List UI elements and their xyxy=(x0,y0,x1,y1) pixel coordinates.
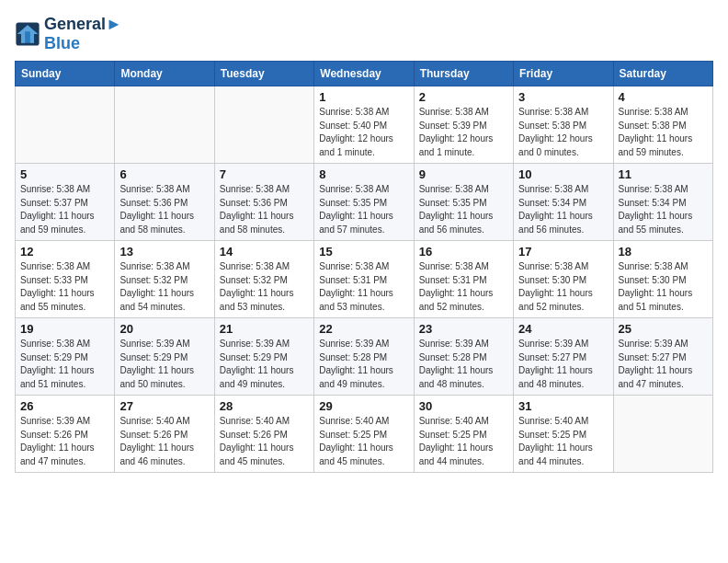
day-number: 2 xyxy=(419,90,508,104)
header: General► Blue xyxy=(15,15,713,53)
calendar-cell: 8Sunrise: 5:38 AMSunset: 5:35 PMDaylight… xyxy=(314,164,414,241)
calendar-week-5: 26Sunrise: 5:39 AMSunset: 5:26 PMDayligh… xyxy=(16,396,713,473)
day-number: 24 xyxy=(518,322,608,336)
calendar-cell: 15Sunrise: 5:38 AMSunset: 5:31 PMDayligh… xyxy=(314,241,414,318)
day-info: Sunrise: 5:38 AMSunset: 5:35 PMDaylight:… xyxy=(319,183,408,236)
calendar-cell: 9Sunrise: 5:38 AMSunset: 5:35 PMDaylight… xyxy=(414,164,513,241)
day-number: 29 xyxy=(319,399,408,413)
day-info: Sunrise: 5:40 AMSunset: 5:25 PMDaylight:… xyxy=(319,415,408,468)
day-info: Sunrise: 5:39 AMSunset: 5:29 PMDaylight:… xyxy=(220,338,309,391)
day-info: Sunrise: 5:38 AMSunset: 5:30 PMDaylight:… xyxy=(619,260,708,314)
calendar-cell: 10Sunrise: 5:38 AMSunset: 5:34 PMDayligh… xyxy=(514,164,613,241)
calendar-week-3: 12Sunrise: 5:38 AMSunset: 5:33 PMDayligh… xyxy=(16,241,713,318)
day-number: 19 xyxy=(20,322,109,336)
day-number: 30 xyxy=(419,399,508,413)
day-number: 22 xyxy=(319,322,408,336)
day-info: Sunrise: 5:38 AMSunset: 5:33 PMDaylight:… xyxy=(20,260,109,314)
calendar-cell: 23Sunrise: 5:39 AMSunset: 5:28 PMDayligh… xyxy=(414,318,513,396)
day-number: 12 xyxy=(20,245,109,259)
day-info: Sunrise: 5:38 AMSunset: 5:30 PMDaylight:… xyxy=(518,260,608,314)
day-number: 5 xyxy=(20,167,109,181)
weekday-header-saturday: Saturday xyxy=(613,62,712,86)
day-info: Sunrise: 5:40 AMSunset: 5:25 PMDaylight:… xyxy=(518,415,608,468)
day-number: 15 xyxy=(319,245,408,259)
calendar-cell: 7Sunrise: 5:38 AMSunset: 5:36 PMDaylight… xyxy=(214,164,313,241)
day-info: Sunrise: 5:38 AMSunset: 5:36 PMDaylight:… xyxy=(119,183,209,236)
day-info: Sunrise: 5:38 AMSunset: 5:35 PMDaylight:… xyxy=(419,183,508,236)
day-info: Sunrise: 5:38 AMSunset: 5:38 PMDaylight:… xyxy=(518,106,608,159)
day-number: 13 xyxy=(119,245,209,259)
day-number: 17 xyxy=(518,245,608,259)
day-number: 6 xyxy=(119,167,209,181)
day-number: 25 xyxy=(619,322,708,336)
calendar-cell: 14Sunrise: 5:38 AMSunset: 5:32 PMDayligh… xyxy=(214,241,313,318)
calendar-cell: 13Sunrise: 5:38 AMSunset: 5:32 PMDayligh… xyxy=(115,241,214,318)
day-number: 23 xyxy=(419,322,508,336)
day-number: 18 xyxy=(619,245,708,259)
calendar-cell: 4Sunrise: 5:38 AMSunset: 5:38 PMDaylight… xyxy=(613,86,712,164)
calendar-cell xyxy=(214,86,313,164)
calendar-week-2: 5Sunrise: 5:38 AMSunset: 5:37 PMDaylight… xyxy=(16,164,713,241)
logo-text: General► Blue xyxy=(44,15,122,53)
day-info: Sunrise: 5:39 AMSunset: 5:28 PMDaylight:… xyxy=(419,338,508,391)
day-number: 31 xyxy=(518,399,608,413)
calendar-cell: 30Sunrise: 5:40 AMSunset: 5:25 PMDayligh… xyxy=(414,396,513,473)
day-number: 14 xyxy=(220,245,309,259)
day-info: Sunrise: 5:39 AMSunset: 5:29 PMDaylight:… xyxy=(119,338,209,391)
calendar-cell xyxy=(613,396,712,473)
calendar-cell: 19Sunrise: 5:38 AMSunset: 5:29 PMDayligh… xyxy=(16,318,115,396)
day-number: 4 xyxy=(619,90,708,104)
calendar-week-4: 19Sunrise: 5:38 AMSunset: 5:29 PMDayligh… xyxy=(16,318,713,396)
logo-icon xyxy=(15,21,40,47)
calendar-cell: 27Sunrise: 5:40 AMSunset: 5:26 PMDayligh… xyxy=(115,396,214,473)
calendar-cell: 24Sunrise: 5:39 AMSunset: 5:27 PMDayligh… xyxy=(514,318,613,396)
calendar-header-row: SundayMondayTuesdayWednesdayThursdayFrid… xyxy=(16,62,713,86)
day-number: 28 xyxy=(220,399,309,413)
weekday-header-monday: Monday xyxy=(115,62,214,86)
day-number: 16 xyxy=(419,245,508,259)
day-number: 7 xyxy=(220,167,309,181)
day-number: 21 xyxy=(220,322,309,336)
day-info: Sunrise: 5:38 AMSunset: 5:38 PMDaylight:… xyxy=(619,106,708,159)
calendar-cell: 6Sunrise: 5:38 AMSunset: 5:36 PMDaylight… xyxy=(115,164,214,241)
calendar-cell: 16Sunrise: 5:38 AMSunset: 5:31 PMDayligh… xyxy=(414,241,513,318)
day-number: 11 xyxy=(619,167,708,181)
calendar-cell: 29Sunrise: 5:40 AMSunset: 5:25 PMDayligh… xyxy=(314,396,414,473)
day-info: Sunrise: 5:39 AMSunset: 5:26 PMDaylight:… xyxy=(20,415,109,468)
day-info: Sunrise: 5:39 AMSunset: 5:28 PMDaylight:… xyxy=(319,338,408,391)
calendar-cell: 21Sunrise: 5:39 AMSunset: 5:29 PMDayligh… xyxy=(214,318,313,396)
day-info: Sunrise: 5:38 AMSunset: 5:32 PMDaylight:… xyxy=(220,260,309,314)
day-number: 8 xyxy=(319,167,408,181)
calendar-cell: 20Sunrise: 5:39 AMSunset: 5:29 PMDayligh… xyxy=(115,318,214,396)
weekday-header-thursday: Thursday xyxy=(414,62,513,86)
calendar-table: SundayMondayTuesdayWednesdayThursdayFrid… xyxy=(15,61,713,473)
day-info: Sunrise: 5:38 AMSunset: 5:36 PMDaylight:… xyxy=(220,183,309,236)
calendar-cell: 1Sunrise: 5:38 AMSunset: 5:40 PMDaylight… xyxy=(314,86,414,164)
day-info: Sunrise: 5:38 AMSunset: 5:34 PMDaylight:… xyxy=(619,183,708,236)
day-info: Sunrise: 5:38 AMSunset: 5:31 PMDaylight:… xyxy=(319,260,408,314)
day-number: 10 xyxy=(518,167,608,181)
day-number: 9 xyxy=(419,167,508,181)
calendar-cell: 2Sunrise: 5:38 AMSunset: 5:39 PMDaylight… xyxy=(414,86,513,164)
calendar-week-1: 1Sunrise: 5:38 AMSunset: 5:40 PMDaylight… xyxy=(16,86,713,164)
day-info: Sunrise: 5:38 AMSunset: 5:39 PMDaylight:… xyxy=(419,106,508,159)
calendar-cell: 26Sunrise: 5:39 AMSunset: 5:26 PMDayligh… xyxy=(16,396,115,473)
calendar-cell: 28Sunrise: 5:40 AMSunset: 5:26 PMDayligh… xyxy=(214,396,313,473)
calendar-cell: 17Sunrise: 5:38 AMSunset: 5:30 PMDayligh… xyxy=(514,241,613,318)
weekday-header-sunday: Sunday xyxy=(16,62,115,86)
calendar-cell: 22Sunrise: 5:39 AMSunset: 5:28 PMDayligh… xyxy=(314,318,414,396)
logo: General► Blue xyxy=(15,15,122,53)
weekday-header-wednesday: Wednesday xyxy=(314,62,414,86)
calendar-cell: 25Sunrise: 5:39 AMSunset: 5:27 PMDayligh… xyxy=(613,318,712,396)
day-info: Sunrise: 5:39 AMSunset: 5:27 PMDaylight:… xyxy=(518,338,608,391)
calendar-cell xyxy=(16,86,115,164)
day-number: 27 xyxy=(119,399,209,413)
day-info: Sunrise: 5:38 AMSunset: 5:31 PMDaylight:… xyxy=(419,260,508,314)
day-info: Sunrise: 5:38 AMSunset: 5:34 PMDaylight:… xyxy=(518,183,608,236)
calendar-cell: 31Sunrise: 5:40 AMSunset: 5:25 PMDayligh… xyxy=(514,396,613,473)
day-info: Sunrise: 5:40 AMSunset: 5:26 PMDaylight:… xyxy=(119,415,209,468)
calendar-cell: 12Sunrise: 5:38 AMSunset: 5:33 PMDayligh… xyxy=(16,241,115,318)
weekday-header-friday: Friday xyxy=(514,62,613,86)
calendar-cell: 5Sunrise: 5:38 AMSunset: 5:37 PMDaylight… xyxy=(16,164,115,241)
calendar-cell: 3Sunrise: 5:38 AMSunset: 5:38 PMDaylight… xyxy=(514,86,613,164)
